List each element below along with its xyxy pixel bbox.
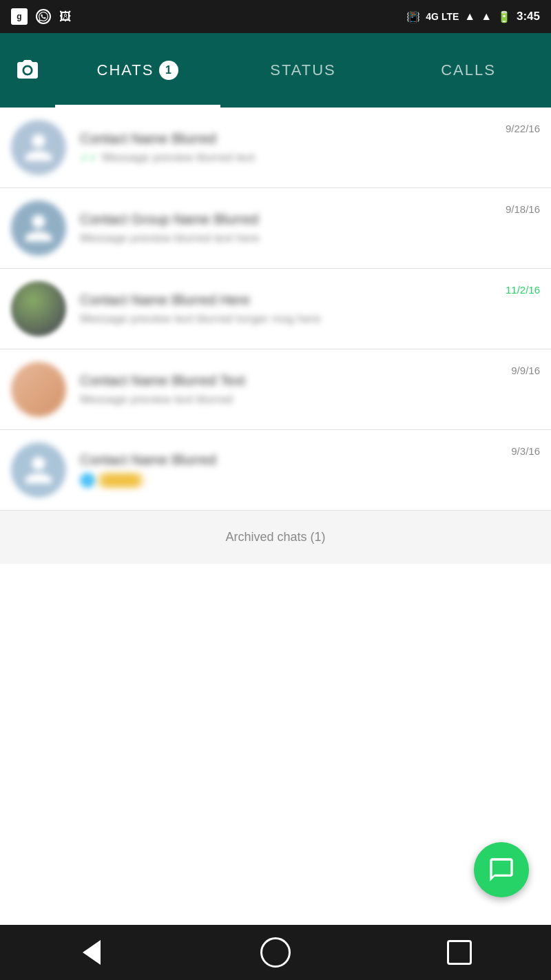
chat-timestamp: 9/18/16 xyxy=(506,203,540,215)
chat-timestamp: 9/9/16 xyxy=(511,365,540,376)
app-icon-g: g xyxy=(11,8,28,25)
home-icon xyxy=(260,937,291,968)
camera-button[interactable] xyxy=(11,54,44,87)
preview-badge xyxy=(99,472,142,489)
preview-avatar xyxy=(80,473,95,488)
chat-timestamp: 11/2/16 xyxy=(506,284,540,296)
chat-content: Contact Name Blurred Text Message previe… xyxy=(80,373,511,407)
chat-content: Contact Name Blurred ✓✓ Message preview … xyxy=(80,131,506,165)
chat-item[interactable]: Contact Name Blurred 9/3/16 xyxy=(0,430,551,511)
chat-timestamp: 9/3/16 xyxy=(511,445,540,457)
vibrate-icon: 📳 xyxy=(406,10,420,23)
chat-item[interactable]: Contact Name Blurred ✓✓ Message preview … xyxy=(0,108,551,188)
nav-bar: CHATS 1 STATUS CALLS xyxy=(0,33,551,108)
chats-badge: 1 xyxy=(159,61,178,80)
avatar xyxy=(11,442,66,498)
image-icon: 🖼 xyxy=(59,10,72,24)
message-preview: Message preview text blurred longer msg … xyxy=(80,312,506,326)
chat-content: Contact Group Name Blurred Message previ… xyxy=(80,212,506,245)
home-button[interactable] xyxy=(255,932,296,973)
signal-icon: ▲ xyxy=(464,10,475,23)
signal-icon-2: ▲ xyxy=(481,10,492,23)
bottom-nav xyxy=(0,925,551,980)
chat-item[interactable]: Contact Name Blurred Here Message previe… xyxy=(0,269,551,349)
tab-calls[interactable]: CALLS xyxy=(386,33,551,108)
avatar xyxy=(11,201,66,256)
message-preview: Message preview blurred text here xyxy=(80,232,506,245)
chat-timestamp: 9/22/16 xyxy=(506,123,540,134)
avatar xyxy=(11,120,66,175)
whatsapp-icon xyxy=(36,9,51,24)
chat-content: Contact Name Blurred xyxy=(80,452,511,489)
contact-name: Contact Name Blurred Text xyxy=(80,373,511,389)
status-bar: g 🖼 📳 4G LTE ▲ ▲ 🔋 3:45 xyxy=(0,0,551,33)
archived-chats[interactable]: Archived chats (1) xyxy=(0,511,551,564)
time-display: 3:45 xyxy=(517,10,540,23)
back-button[interactable] xyxy=(71,932,112,973)
chat-list: Contact Name Blurred ✓✓ Message preview … xyxy=(0,108,551,925)
chat-content: Contact Name Blurred Here Message previe… xyxy=(80,292,506,326)
message-preview: Message preview text blurred xyxy=(80,393,511,407)
nav-tabs: CHATS 1 STATUS CALLS xyxy=(55,33,551,108)
read-tick: ✓✓ xyxy=(80,151,98,164)
tab-chats[interactable]: CHATS 1 xyxy=(55,33,220,108)
message-preview xyxy=(80,472,511,489)
contact-name: Contact Name Blurred Here xyxy=(80,292,506,308)
contact-name: Contact Group Name Blurred xyxy=(80,212,506,227)
recents-icon xyxy=(447,940,472,965)
contact-name: Contact Name Blurred xyxy=(80,452,511,468)
avatar xyxy=(11,281,66,336)
tab-status[interactable]: STATUS xyxy=(220,33,386,108)
chat-item[interactable]: Contact Group Name Blurred Message previ… xyxy=(0,188,551,269)
back-icon xyxy=(83,940,101,965)
recents-button[interactable] xyxy=(439,932,480,973)
message-preview: ✓✓ Message preview blurred text xyxy=(80,151,506,165)
status-bar-right: 📳 4G LTE ▲ ▲ 🔋 3:45 xyxy=(406,10,540,23)
chat-item[interactable]: Contact Name Blurred Text Message previe… xyxy=(0,349,551,430)
avatar xyxy=(11,362,66,417)
status-bar-left: g 🖼 xyxy=(11,8,72,25)
network-icon: 4G LTE xyxy=(426,11,459,22)
contact-name: Contact Name Blurred xyxy=(80,131,506,147)
battery-icon: 🔋 xyxy=(497,10,511,23)
new-chat-fab[interactable] xyxy=(474,842,529,897)
